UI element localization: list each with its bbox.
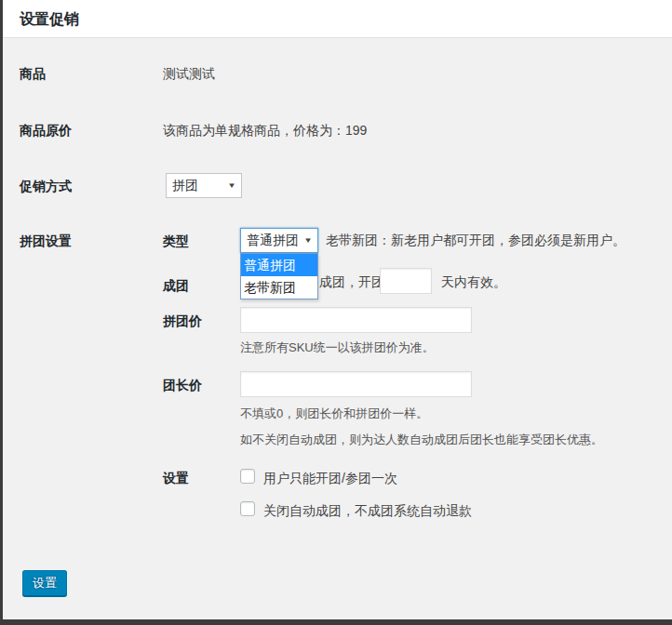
window-left-edge bbox=[0, 0, 3, 625]
leader-price-input[interactable] bbox=[240, 371, 472, 397]
duration-days-input[interactable] bbox=[380, 268, 432, 294]
checkbox-open-join-once[interactable] bbox=[240, 469, 255, 484]
leader-price-label: 团长价 bbox=[163, 378, 202, 394]
window-bottom-edge bbox=[0, 619, 672, 625]
page-header: 设置促销 bbox=[3, 0, 672, 38]
promo-method-label: 促销方式 bbox=[20, 179, 72, 195]
promo-method-select[interactable]: 拼团 ▼ bbox=[166, 173, 242, 198]
type-select[interactable]: 普通拼团 ▼ bbox=[240, 228, 318, 253]
original-price-label: 商品原价 bbox=[20, 123, 72, 140]
checkbox-open-join-once-label[interactable]: 用户只能开团/参团一次 bbox=[263, 471, 397, 487]
duration-text-after: 天内有效。 bbox=[441, 274, 506, 291]
group-price-label: 拼团价 bbox=[163, 313, 202, 330]
submit-button[interactable]: 设置 bbox=[22, 570, 67, 596]
leader-price-note-2: 如不关闭自动成团，则为达人数自动成团后团长也能享受团长优惠。 bbox=[240, 432, 603, 448]
settings-label: 设置 bbox=[163, 471, 189, 487]
leader-price-note-1: 不填或0，则团长价和拼团价一样。 bbox=[240, 406, 428, 422]
type-hint: 老带新团：新老用户都可开团，参团必须是新用户。 bbox=[326, 233, 625, 249]
original-price-value: 该商品为单规格商品，价格为：199 bbox=[163, 123, 367, 140]
page-title: 设置促销 bbox=[20, 10, 79, 30]
product-value: 测试测试 bbox=[163, 66, 215, 83]
type-selected-value: 普通拼团 bbox=[247, 233, 299, 249]
group-settings-label: 拼团设置 bbox=[20, 233, 72, 250]
chevron-down-icon: ▼ bbox=[303, 236, 313, 245]
select-option-old-new-group[interactable]: 老带新团 bbox=[241, 276, 317, 299]
type-label: 类型 bbox=[163, 233, 189, 250]
duration-label: 成团 bbox=[163, 278, 189, 295]
checkbox-close-auto-group[interactable] bbox=[240, 501, 255, 516]
type-select-dropdown: 普通拼团 老带新团 bbox=[240, 253, 318, 299]
duration-text-before: 成团，开团 bbox=[319, 274, 384, 291]
checkbox-close-auto-group-label[interactable]: 关闭自动成团，不成团系统自动退款 bbox=[263, 503, 472, 520]
select-option-normal-group[interactable]: 普通拼团 bbox=[241, 254, 317, 276]
promo-method-selected-value: 拼团 bbox=[172, 178, 198, 194]
promotion-settings-page: 设置促销 商品 测试测试 商品原价 该商品为单规格商品，价格为：199 促销方式… bbox=[0, 0, 672, 625]
chevron-down-icon: ▼ bbox=[227, 181, 236, 190]
group-price-note: 注意所有SKU统一以该拼团价为准。 bbox=[240, 339, 435, 356]
product-label: 商品 bbox=[20, 66, 46, 83]
group-price-input[interactable] bbox=[240, 307, 472, 333]
